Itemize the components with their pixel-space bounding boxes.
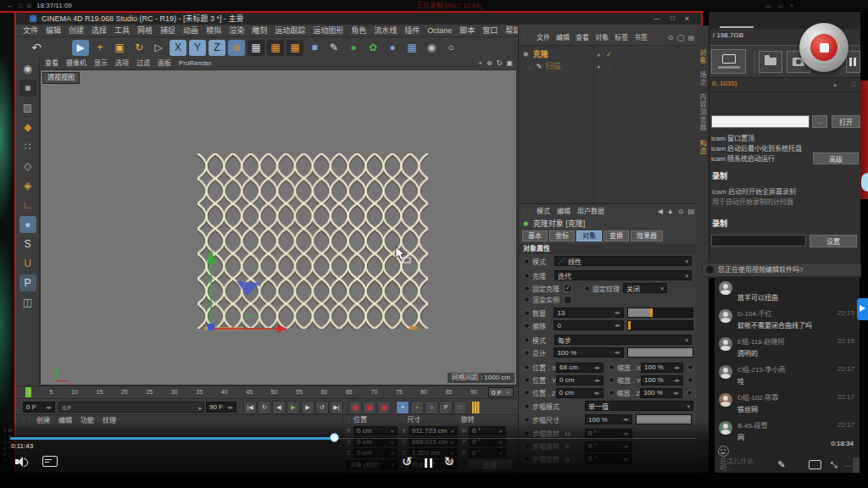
viewport-menu-item[interactable]: 摄像机 bbox=[66, 60, 86, 67]
material-menu-item[interactable]: 创建 bbox=[36, 418, 50, 424]
chat-message[interactable]: D组-102-陈霏 22:17 铁丝网 bbox=[715, 389, 860, 417]
menu-item[interactable]: 脚本 bbox=[459, 27, 475, 35]
mode-tool-icon[interactable]: ◇ bbox=[19, 158, 36, 175]
am-toolbar-icon[interactable]: ▲ bbox=[667, 208, 674, 215]
om-menu-item[interactable]: 编辑 bbox=[556, 35, 570, 42]
position-field[interactable]: 68 cm◂▸ bbox=[556, 363, 604, 373]
total-slider[interactable] bbox=[627, 347, 693, 358]
current-frame-box[interactable]: 0 F▸ bbox=[488, 387, 514, 397]
tab-basic[interactable]: 基本 bbox=[522, 230, 548, 241]
viewport-nav-icon[interactable]: ▣ bbox=[506, 60, 513, 67]
keyframe-button[interactable]: ∷ bbox=[453, 401, 467, 414]
step-rotation-field[interactable]: 0 °◂▸ bbox=[585, 454, 632, 464]
toolbar-icon[interactable]: ✿ bbox=[364, 40, 381, 56]
mode-tool-icon[interactable]: S bbox=[19, 236, 36, 252]
detach-icon[interactable]: □ bbox=[852, 81, 855, 87]
viewport-menu-item[interactable]: 过滤 bbox=[136, 60, 150, 67]
scale-field[interactable]: 100 %◂▸ bbox=[640, 388, 682, 398]
menu-item[interactable]: 工具 bbox=[114, 27, 130, 35]
transport-button[interactable]: ▶ bbox=[287, 401, 300, 414]
forward-30-icon[interactable]: ↻30 bbox=[444, 454, 455, 469]
toolbar-icon[interactable]: ● bbox=[345, 40, 362, 56]
count-field[interactable]: 13◂▸ bbox=[554, 308, 623, 318]
toolbar-icon[interactable]: ↻ bbox=[131, 40, 147, 56]
chat-username[interactable]: D-104-千红 bbox=[737, 308, 771, 318]
mode-tool-icon[interactable]: P bbox=[19, 274, 36, 291]
menu-item[interactable]: 编辑 bbox=[46, 27, 61, 35]
viewport[interactable]: 透视视图 bbox=[40, 69, 517, 385]
pause-icon[interactable] bbox=[846, 51, 860, 73]
menu-item[interactable]: 创建 bbox=[69, 27, 84, 35]
record-mode-button[interactable] bbox=[711, 49, 746, 74]
menu-item[interactable]: 雕刻 bbox=[252, 27, 267, 35]
record-button[interactable]: ◉ bbox=[363, 401, 376, 414]
toolbar-icon[interactable]: ▦ bbox=[287, 40, 303, 56]
attribute-section-header[interactable]: 对象属性 bbox=[519, 244, 698, 254]
object-row-child[interactable]: ∟ ✎ 扫描 ● ⋮ bbox=[519, 61, 698, 72]
transport-button[interactable]: ▶ bbox=[301, 401, 314, 414]
menu-item[interactable]: 网格 bbox=[137, 27, 153, 35]
open-button[interactable]: 打开 bbox=[832, 115, 860, 128]
toolbar-icon[interactable]: X bbox=[170, 40, 186, 56]
menu-item[interactable]: 窗口 bbox=[482, 27, 498, 35]
chat-username[interactable]: C组-213-李小燕 bbox=[737, 364, 785, 374]
chat-message[interactable]: D-104-千红 22:15 蚊帐不需要闭合曲线了吗 bbox=[715, 305, 860, 333]
coordinate-mode-dropdown[interactable]: 对象 (相对)▾ bbox=[347, 460, 398, 469]
viewport-menu-item[interactable]: 显示 bbox=[94, 60, 108, 67]
hotkey-input[interactable] bbox=[711, 235, 806, 247]
toolbar-icon[interactable]: ● bbox=[384, 40, 401, 56]
keyframe-button[interactable]: P bbox=[439, 401, 453, 414]
avatar[interactable] bbox=[719, 365, 732, 379]
object-enabled-icon[interactable]: ✓ bbox=[606, 52, 612, 58]
mode-tool-icon[interactable]: ● bbox=[19, 216, 36, 233]
object-name[interactable]: 克隆 bbox=[533, 51, 548, 58]
browse-button[interactable]: ... bbox=[812, 115, 827, 128]
menu-item[interactable]: 选择 bbox=[92, 27, 107, 35]
toolbar-icon[interactable]: ▷ bbox=[150, 40, 167, 56]
dock-tab-takes[interactable]: 场次 bbox=[698, 71, 707, 86]
rotation-field[interactable]: 0 °▸ bbox=[469, 426, 506, 435]
fix-texture-dropdown[interactable]: 关闭▾ bbox=[623, 283, 667, 293]
offset-field[interactable]: 0◂▸ bbox=[554, 320, 623, 330]
output-folder-input[interactable] bbox=[711, 115, 810, 128]
undo-icon[interactable]: ↶ bbox=[28, 40, 45, 56]
material-menu-item[interactable]: 功能 bbox=[81, 418, 94, 424]
menu-item[interactable]: 插件 bbox=[404, 27, 420, 35]
mode-tool-icon[interactable]: ◉ bbox=[19, 60, 36, 77]
advanced-button[interactable]: 高级 bbox=[813, 152, 859, 164]
viewport-menu-item[interactable]: ProRender bbox=[179, 60, 212, 67]
window-icon[interactable]: □ bbox=[19, 3, 22, 8]
frame-end-field[interactable]: 90 F◂▸ bbox=[206, 402, 236, 413]
record-option-line[interactable]: icam 启动时开始全屏幕录制 bbox=[712, 189, 796, 196]
mode-tool-icon[interactable]: ▨ bbox=[19, 99, 36, 116]
search-icon[interactable]: ⊙ bbox=[26, 3, 31, 8]
object-name[interactable]: 扫描 bbox=[546, 63, 561, 70]
object-state-icon[interactable]: ⋮ bbox=[606, 64, 613, 70]
more-icon[interactable]: ... bbox=[844, 462, 853, 469]
menu-item[interactable]: 运动跟踪 bbox=[275, 27, 305, 35]
viewport-menu-item[interactable]: 查看 bbox=[45, 60, 58, 67]
avatar[interactable] bbox=[719, 309, 732, 323]
shrink-icon[interactable]: ⤡ bbox=[830, 460, 837, 470]
toolbar-icon[interactable]: ○ bbox=[442, 40, 459, 56]
position-field[interactable]: 0 cm▸ bbox=[353, 426, 398, 435]
settings-button[interactable]: 设置 bbox=[810, 235, 857, 247]
option-row[interactable]: icam 窗口置顶 bbox=[711, 134, 860, 144]
avatar[interactable] bbox=[719, 393, 732, 407]
fix-clone-checkbox[interactable]: ✓ bbox=[564, 284, 572, 292]
mode-tool-icon[interactable]: ∟ bbox=[19, 197, 36, 214]
am-menu-item[interactable]: 模式 bbox=[537, 208, 550, 215]
rotation-field[interactable]: 0 °▸ bbox=[469, 448, 506, 458]
om-menu-item[interactable]: 查看 bbox=[576, 35, 589, 42]
menu-item[interactable]: 流水线 bbox=[374, 27, 397, 35]
om-toolbar-icon[interactable]: ⊙ bbox=[668, 35, 674, 42]
menu-item[interactable]: 动画 bbox=[183, 27, 198, 35]
om-menu-item[interactable]: 文件 bbox=[537, 35, 550, 42]
chat-username[interactable]: D组-102-陈霏 bbox=[737, 392, 778, 402]
offset-slider[interactable] bbox=[627, 320, 693, 330]
avatar[interactable] bbox=[719, 281, 732, 295]
dock-tab-structure[interactable]: 构造 bbox=[698, 140, 707, 155]
keyframe-button[interactable]: ▪ bbox=[410, 401, 424, 414]
question-banner[interactable]: 您正在使用视频编辑软件吗? bbox=[702, 263, 861, 277]
transport-button[interactable]: |◀ bbox=[243, 401, 257, 414]
